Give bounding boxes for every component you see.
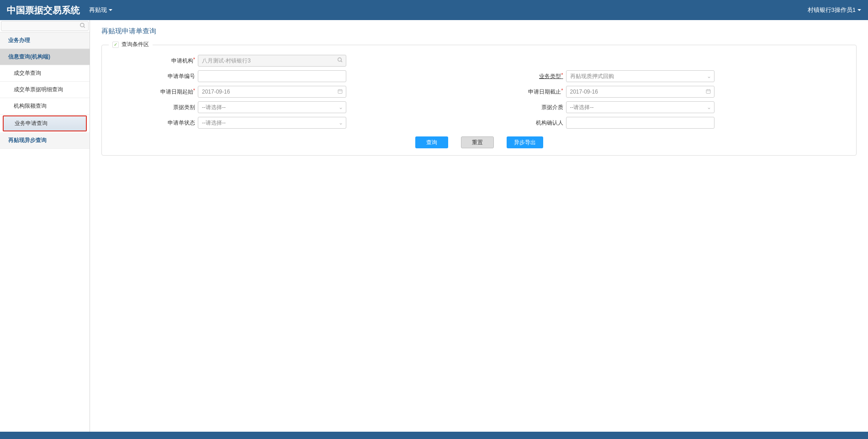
biz-type-label: 业务类型*: [479, 73, 566, 80]
form-left-col: 申请机构* 八月测试-村镇银行3 申请单编号 申请日期起始*: [111, 54, 479, 132]
user-menu[interactable]: 村镇银行3操作员1: [808, 6, 861, 14]
confirmer-input[interactable]: [566, 117, 715, 129]
async-export-button[interactable]: 异步导出: [507, 136, 543, 148]
app-no-input[interactable]: [198, 70, 346, 82]
date-start-label: 申请日期起始*: [111, 88, 198, 96]
header-menu-rediscount[interactable]: 再贴现: [89, 6, 112, 14]
calendar-icon: [337, 89, 343, 95]
app-no-label: 申请单编号: [111, 73, 198, 80]
chevron-down-icon: ⌄: [707, 73, 711, 79]
biz-type-select[interactable]: 再贴现质押式回购 ⌄: [566, 70, 715, 82]
sidebar-item-deal-detail-query[interactable]: 成交单票据明细查询: [0, 82, 90, 98]
button-row: 查询 重置 异步导出: [111, 136, 847, 148]
sidebar: 业务办理 信息查询(机构端) 成交单查询 成交单票据明细查询 机构限额查询 业务…: [0, 20, 90, 432]
search-icon: [337, 57, 343, 64]
bill-cat-label: 票据类别: [111, 104, 198, 111]
svg-line-1: [84, 26, 85, 28]
fieldset-legend-text: 查询条件区: [122, 41, 149, 48]
chevron-down-icon: [109, 9, 112, 11]
bill-medium-label: 票据介质: [479, 104, 566, 111]
sidebar-item-info-query[interactable]: 信息查询(机构端): [0, 49, 90, 65]
status-label: 申请单状态: [111, 119, 198, 127]
chevron-down-icon: ⌄: [339, 104, 343, 110]
chevron-down-icon: [857, 9, 861, 11]
svg-rect-8: [706, 89, 710, 93]
bill-cat-select[interactable]: --请选择-- ⌄: [198, 101, 346, 113]
header-menu-label: 再贴现: [89, 6, 107, 14]
check-icon: ✓: [112, 42, 119, 48]
sidebar-item-business[interactable]: 业务办理: [0, 32, 90, 49]
page-title: 再贴现申请单查询: [101, 27, 857, 36]
confirmer-label: 机构确认人: [479, 119, 566, 127]
sidebar-item-limit-query[interactable]: 机构限额查询: [0, 98, 90, 115]
reset-button[interactable]: 重置: [461, 136, 494, 148]
query-conditions-fieldset: ✓ 查询条件区 申请机构* 八月测试-村镇银行3: [101, 45, 857, 156]
org-label: 申请机构*: [111, 57, 198, 65]
svg-line-3: [341, 61, 342, 62]
chevron-down-icon: ⌄: [339, 120, 343, 126]
fieldset-legend: ✓ 查询条件区: [109, 41, 153, 48]
svg-rect-4: [338, 89, 342, 93]
form-right-col: 业务类型* 再贴现质押式回购 ⌄ 申请日期截止* 2017-09-16: [479, 54, 847, 132]
sidebar-item-async-query[interactable]: 再贴现异步查询: [0, 132, 90, 149]
app-header: 中国票据交易系统 再贴现 村镇银行3操作员1: [0, 0, 868, 20]
status-select[interactable]: --请选择-- ⌄: [198, 117, 346, 129]
date-end-input[interactable]: 2017-09-16: [566, 86, 715, 98]
main-content: 再贴现申请单查询 ✓ 查询条件区 申请机构* 八月测试-村镇银行3: [90, 20, 868, 432]
date-end-label: 申请日期截止*: [479, 88, 566, 96]
sidebar-item-deal-query[interactable]: 成交单查询: [0, 65, 90, 82]
svg-point-0: [80, 23, 84, 27]
main-container: 业务办理 信息查询(机构端) 成交单查询 成交单票据明细查询 机构限额查询 业务…: [0, 20, 868, 432]
query-button[interactable]: 查询: [415, 136, 448, 148]
bill-medium-select[interactable]: --请选择-- ⌄: [566, 101, 715, 113]
user-label: 村镇银行3操作员1: [808, 6, 856, 14]
chevron-down-icon: ⌄: [707, 104, 711, 110]
search-icon[interactable]: [79, 22, 86, 30]
date-start-input[interactable]: 2017-09-16: [198, 86, 346, 98]
app-title: 中国票据交易系统: [7, 4, 80, 16]
sidebar-search: [0, 20, 90, 32]
svg-point-2: [338, 58, 342, 62]
calendar-icon: [705, 89, 711, 95]
sidebar-item-app-query[interactable]: 业务申请查询: [3, 115, 87, 131]
org-input[interactable]: 八月测试-村镇银行3: [198, 55, 346, 67]
form-grid: 申请机构* 八月测试-村镇银行3 申请单编号 申请日期起始*: [111, 54, 847, 132]
sidebar-search-input[interactable]: [1, 21, 89, 31]
